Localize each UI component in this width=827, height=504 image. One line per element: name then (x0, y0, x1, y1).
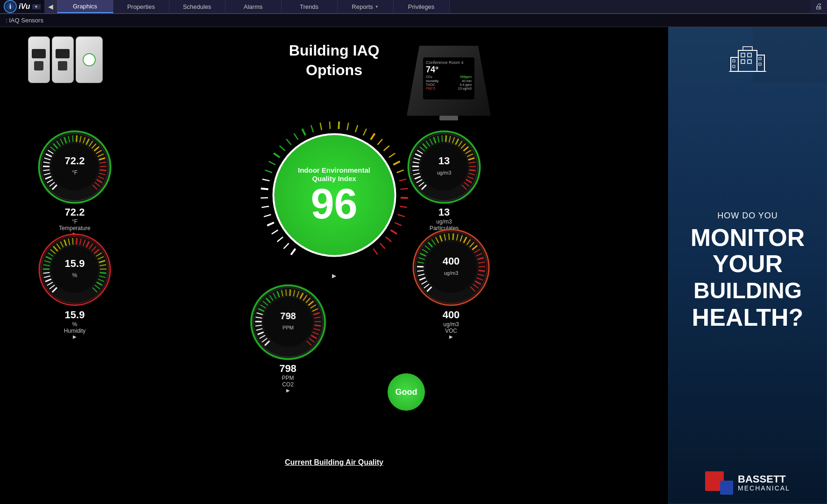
bassett-logo-shape (705, 471, 733, 495)
temperature-gauge: 72.2 °F Temperature ▶ (37, 130, 112, 237)
nav-tabs: Graphics Properties Schedules Alarms Tre… (57, 0, 810, 13)
humidity-label: Humidity (64, 328, 86, 334)
svg-rect-10 (759, 63, 761, 65)
display-row-humidity: Humidity40 min (426, 79, 472, 83)
co2-arrow[interactable]: ▶ (279, 388, 297, 393)
humidity-value: 15.9 (64, 309, 86, 321)
ad-building: BUILDING (693, 278, 802, 303)
co2-value: 798 (279, 363, 297, 375)
sensor-circle-indicator (83, 53, 96, 66)
humidity-gauge: 15.9 % Humidity ▶ (37, 232, 112, 339)
tab-privileges[interactable]: Privileges (394, 0, 450, 13)
ad-text-content: HOW DO YOU MONITOR YOUR BUILDING HEALTH? (691, 80, 805, 462)
reports-dropdown-arrow: ▼ (375, 5, 379, 9)
ad-your: YOUR (713, 250, 783, 278)
temperature-unit: °F (59, 218, 90, 225)
display-stand (439, 116, 458, 120)
breadcrumb: : IAQ Sensors (0, 14, 827, 27)
humidity-unit: % (64, 321, 86, 328)
top-navigation: i iVu ▼ ◀ Graphics Properties Schedules … (0, 0, 827, 14)
ieq-circle: Indoor Environmental Quality Index 96 (272, 133, 396, 257)
voc-arrow[interactable]: ▶ (443, 334, 460, 339)
back-button[interactable]: ◀ (44, 0, 57, 13)
good-status-badge[interactable]: Good (388, 373, 425, 411)
ieq-value: 96 (311, 182, 357, 224)
svg-rect-1 (741, 53, 745, 57)
logo-area: i iVu ▼ (0, 0, 44, 13)
bassett-name: BASSETT MECHANICAL (738, 474, 790, 492)
svg-rect-3 (741, 60, 745, 63)
voc-unit: ug/m3 (443, 321, 460, 328)
voc-label: VOC (443, 328, 460, 334)
svg-rect-2 (748, 53, 751, 57)
temperature-label: Temperature (59, 225, 90, 231)
svg-rect-6 (733, 60, 735, 62)
ieq-gauge: Indoor Environmental Quality Index 96 ▶ (260, 120, 409, 270)
ad-question: HOW DO YOU (717, 211, 778, 221)
particulates-gauge: 13 ug/m3 Particulates ▶ (407, 130, 481, 237)
logo-text: iVu (19, 2, 30, 11)
ad-panel: HOW DO YOU MONITOR YOUR BUILDING HEALTH?… (668, 27, 827, 504)
particulates-value: 13 (430, 206, 459, 218)
tab-schedules[interactable]: Schedules (170, 0, 226, 13)
building-icon (729, 41, 766, 76)
tab-graphics[interactable]: Graphics (57, 0, 113, 13)
logo-icon: i (4, 0, 17, 13)
svg-rect-11 (743, 47, 752, 50)
humidity-arrow[interactable]: ▶ (64, 334, 86, 339)
display-temp: 74° (426, 65, 472, 75)
main-content: Building IAQ Options Conference Room 4 7… (0, 27, 827, 504)
particulates-unit: ug/m3 (430, 218, 459, 225)
co2-label: CO2 (279, 381, 297, 388)
voc-gauge: 400 ug/m3 VOC ▶ (411, 228, 491, 339)
page-title: Building IAQ Options (289, 41, 380, 80)
logo-dropdown-button[interactable]: ▼ (32, 4, 41, 9)
graphics-panel: Building IAQ Options Conference Room 4 7… (0, 27, 668, 504)
display-body: Conference Room 4 74° CO₂398ppm Humidity… (407, 46, 491, 116)
tab-alarms[interactable]: Alarms (226, 0, 282, 13)
ad-monitor: MONITOR (691, 225, 805, 250)
ieq-arrow[interactable]: ▶ (332, 273, 336, 279)
sensor-unit-1 (28, 36, 50, 83)
display-row-pm25: PM2.513 ug/m3 (426, 87, 472, 90)
sensor-device-image (28, 36, 103, 92)
tab-properties[interactable]: Properties (113, 0, 170, 13)
svg-rect-7 (733, 65, 735, 68)
display-row-tvoc: TVOC0.4 ppm (426, 83, 472, 86)
voc-value: 400 (443, 309, 460, 321)
svg-rect-4 (748, 60, 751, 63)
print-icon: 🖨 (815, 2, 822, 11)
building-air-quality-link[interactable]: Current Building Air Quality (285, 458, 383, 467)
ad-health: HEALTH? (692, 303, 804, 331)
co2-unit: PPM (279, 375, 297, 381)
display-device: Conference Room 4 74° CO₂398ppm Humidity… (407, 46, 491, 120)
svg-rect-9 (759, 57, 761, 60)
temperature-value: 72.2 (59, 206, 90, 218)
tab-trends[interactable]: Trends (282, 0, 338, 13)
display-row-co2: CO₂398ppm (426, 75, 472, 79)
tab-reports[interactable]: Reports ▼ (338, 0, 394, 13)
bassett-logo: BASSETT MECHANICAL (705, 471, 790, 495)
sensor-unit-2 (52, 36, 74, 83)
sensor-unit-3 (76, 36, 103, 83)
co2-gauge: 798 PPM CO2 ▶ (249, 284, 326, 393)
print-button[interactable]: 🖨 (810, 0, 827, 13)
display-screen: Conference Room 4 74° CO₂398ppm Humidity… (423, 57, 474, 99)
